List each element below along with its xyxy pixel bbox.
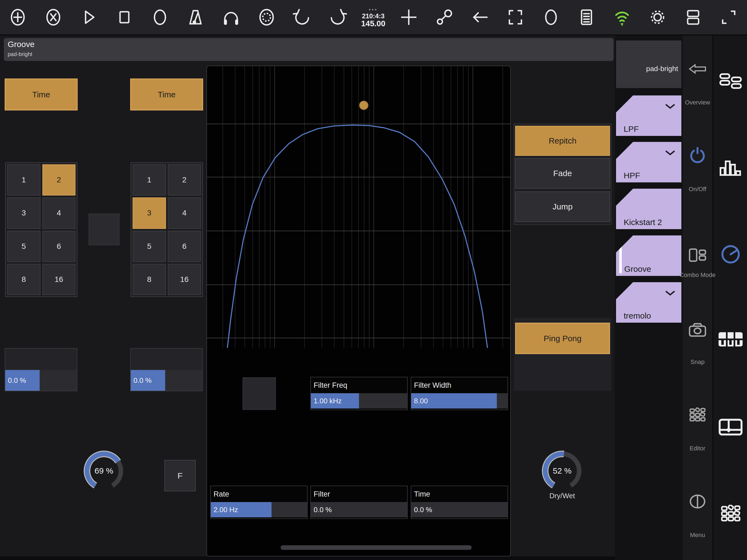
nav-label-menu[interactable]: Menu	[676, 532, 719, 539]
grid-cell[interactable]: 5	[133, 231, 166, 262]
grid-cell[interactable]: 5	[7, 231, 41, 262]
tempo-display[interactable]: ••• 210:4:3 145.00	[356, 0, 391, 34]
circle-icon	[542, 8, 560, 27]
selection-button[interactable]	[498, 0, 533, 34]
loop-button[interactable]	[249, 0, 284, 34]
ping-pong-button[interactable]: Ping Pong	[515, 323, 610, 354]
list-icon	[577, 8, 596, 27]
slider-value: 8.00	[414, 393, 428, 408]
ableton-link-button[interactable]	[604, 0, 640, 34]
list-button[interactable]	[569, 0, 604, 34]
nav-label-onoff[interactable]: On/Off	[676, 186, 719, 193]
record-circle-button[interactable]	[533, 0, 569, 34]
nav-item-snap[interactable]	[688, 322, 707, 338]
metronome-button[interactable]	[178, 0, 213, 34]
nav-item-onoff[interactable]	[690, 147, 705, 164]
module-label: Kickstart 2	[624, 218, 662, 227]
slider-value: 0.0 %	[133, 370, 152, 391]
grid-cell[interactable]: 4	[168, 198, 201, 229]
dry-wet-knob[interactable]: 52 %	[539, 448, 585, 494]
time-slider[interactable]: Time 0.0 %	[411, 486, 508, 519]
connect-button[interactable]	[427, 0, 462, 34]
nav-label-combo-mode[interactable]: Combo Mode	[676, 272, 719, 279]
stop-button[interactable]	[107, 0, 142, 34]
module-header-bar[interactable]: Groove pad-bright	[4, 38, 614, 61]
settings-button[interactable]	[640, 0, 675, 34]
nav-item-editor[interactable]	[689, 407, 706, 424]
back-button[interactable]	[462, 0, 498, 34]
slider-label: Rate	[211, 486, 307, 502]
side-pads-button[interactable]	[720, 505, 741, 525]
slider-value: 2.00 Hz	[213, 502, 238, 517]
fullscreen-button[interactable]	[711, 0, 746, 34]
grid-cell[interactable]: 16	[168, 264, 201, 295]
record-button[interactable]	[142, 0, 178, 34]
filter-xy-pad[interactable]	[207, 66, 510, 348]
rate-slider[interactable]: Rate 2.00 Hz	[210, 486, 308, 519]
slider-value: 0.0 %	[314, 502, 332, 517]
repitch-mode-button[interactable]: Repitch	[515, 126, 610, 156]
gear-icon	[648, 8, 667, 27]
nav-label-editor[interactable]: Editor	[676, 445, 719, 452]
empty-filter-button[interactable]	[242, 377, 276, 410]
fade-mode-button[interactable]: Fade	[515, 158, 610, 189]
grid-cell[interactable]: 6	[42, 231, 76, 262]
headphones-button[interactable]	[213, 0, 249, 34]
side-dial-button[interactable]	[720, 244, 741, 265]
dual-layout-button[interactable]	[675, 0, 711, 34]
filter-slider[interactable]: Filter 0.0 %	[310, 486, 408, 519]
bar-chart-icon	[719, 173, 742, 177]
tempo-bpm: 145.00	[361, 19, 386, 28]
nav-item-combo-mode[interactable]	[688, 248, 707, 264]
metronome-icon	[186, 8, 205, 27]
grid-cell[interactable]: 1	[133, 164, 166, 196]
nav-item-overview[interactable]	[689, 64, 706, 76]
add-circle-button[interactable]	[0, 0, 35, 34]
jump-mode-button[interactable]: Jump	[515, 192, 610, 222]
f-toggle-button[interactable]: F	[164, 460, 196, 491]
offset-slider-1[interactable]: 0.0 %	[5, 348, 77, 391]
nav-item-menu[interactable]	[689, 494, 706, 510]
chevron-down-icon[interactable]	[665, 104, 675, 109]
clear-circle-button[interactable]	[35, 0, 71, 34]
nav-label-snap[interactable]: Snap	[676, 358, 719, 365]
grid-cell[interactable]: 8	[133, 264, 166, 295]
amount-knob[interactable]: 69 %	[81, 448, 127, 494]
chevron-down-icon[interactable]	[665, 290, 675, 296]
play-button[interactable]	[71, 0, 107, 34]
chevron-down-icon[interactable]	[665, 150, 675, 156]
side-routing-button[interactable]	[719, 73, 742, 92]
chain-header[interactable]: pad-bright	[616, 41, 681, 88]
add-button[interactable]	[391, 0, 427, 34]
slider-label: Time	[411, 486, 508, 502]
redo-button[interactable]	[320, 0, 356, 34]
page-subtitle: pad-bright	[8, 51, 614, 57]
offset-slider-2[interactable]: 0.0 %	[130, 348, 203, 391]
grid-cell[interactable]: 3	[133, 198, 166, 229]
grid-cell[interactable]: 8	[7, 264, 41, 295]
xy-dot-handle[interactable]	[359, 101, 368, 110]
grid-cell[interactable]: 3	[7, 198, 41, 229]
side-keys-button[interactable]	[719, 332, 743, 349]
dry-wet-label: Dry/Wet	[535, 492, 590, 500]
grid-cell[interactable]: 16	[42, 264, 76, 295]
undo-button[interactable]	[284, 0, 320, 34]
grid-cell[interactable]: 1	[7, 164, 41, 196]
filter-freq-slider[interactable]: Filter Freq 1.00 kHz	[310, 377, 408, 410]
wifi-icon	[613, 8, 632, 27]
empty-toggle-button[interactable]	[88, 213, 120, 245]
routing-icon	[719, 87, 742, 92]
side-column-background	[713, 35, 747, 560]
app-root: ••• 210:4:3 145.00 Groove pad-bright Tim…	[0, 0, 747, 560]
filter-width-slider[interactable]: Filter Width 8.00	[411, 377, 508, 410]
grid-cell[interactable]: 6	[168, 231, 201, 262]
side-split-layout-button[interactable]	[719, 418, 743, 437]
time-sync-button-2[interactable]: Time	[130, 78, 203, 110]
grid-cell[interactable]: 2	[42, 164, 76, 196]
nav-label-overview[interactable]: Overview	[676, 99, 719, 106]
horizontal-scrollbar[interactable]	[281, 545, 472, 550]
time-sync-button-1[interactable]: Time	[5, 78, 78, 110]
side-levels-button[interactable]	[719, 159, 742, 178]
grid-cell[interactable]: 2	[168, 164, 201, 196]
grid-cell[interactable]: 4	[42, 198, 76, 229]
